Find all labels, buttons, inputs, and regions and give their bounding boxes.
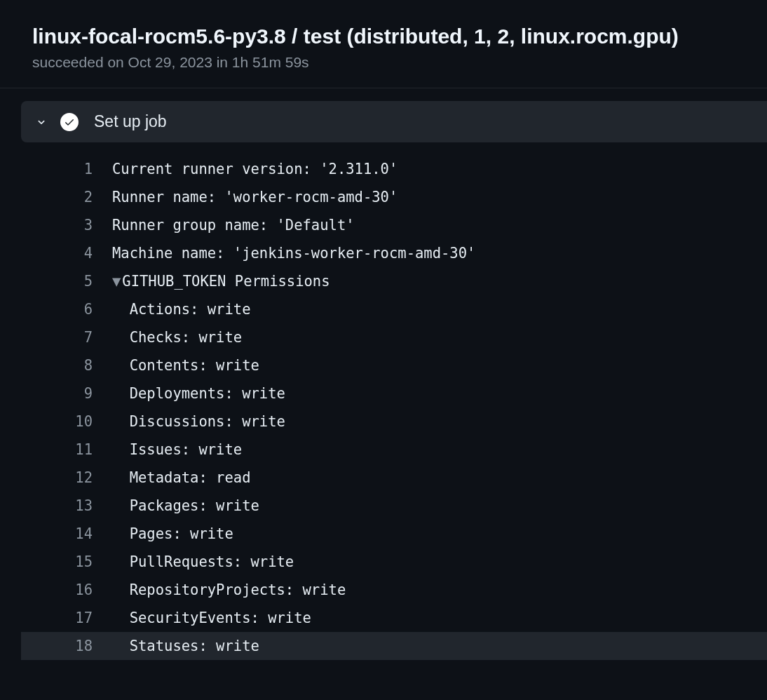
log-output[interactable]: 1Current runner version: '2.311.0'2Runne… [21, 155, 767, 660]
step-container: Set up job 1Current runner version: '2.3… [21, 101, 767, 660]
line-number: 16 [42, 576, 112, 604]
log-line[interactable]: 12 Metadata: read [21, 464, 767, 492]
line-number: 15 [42, 548, 112, 576]
line-number: 14 [42, 520, 112, 548]
line-content: PullRequests: write [112, 548, 294, 576]
log-line[interactable]: 9 Deployments: write [21, 379, 767, 408]
chevron-down-icon [34, 114, 49, 130]
line-number: 4 [42, 239, 112, 267]
job-status-text: succeeded on Oct 29, 2023 in 1h 51m 59s [32, 54, 767, 71]
line-number: 1 [42, 155, 112, 183]
line-number: 11 [42, 436, 112, 464]
line-content: Runner group name: 'Default' [112, 211, 355, 239]
line-content: Checks: write [112, 323, 242, 351]
line-content: Metadata: read [112, 464, 250, 492]
log-line[interactable]: 1Current runner version: '2.311.0' [21, 155, 767, 183]
step-header[interactable]: Set up job [21, 101, 767, 142]
line-content: Contents: write [112, 351, 259, 379]
line-content: SecurityEvents: write [112, 604, 311, 632]
log-line[interactable]: 14 Pages: write [21, 520, 767, 548]
job-title: linux-focal-rocm5.6-py3.8 / test (distri… [32, 22, 767, 50]
line-number: 17 [42, 604, 112, 632]
log-line[interactable]: 7 Checks: write [21, 323, 767, 351]
line-content: Deployments: write [112, 379, 285, 408]
line-number: 8 [42, 351, 112, 379]
line-number: 3 [42, 211, 112, 239]
line-number: 9 [42, 379, 112, 408]
log-line[interactable]: 15 PullRequests: write [21, 548, 767, 576]
log-line[interactable]: 2Runner name: 'worker-rocm-amd-30' [21, 183, 767, 211]
line-content: Discussions: write [112, 408, 285, 436]
line-number: 12 [42, 464, 112, 492]
line-content: ▼GITHUB_TOKEN Permissions [112, 267, 330, 295]
line-content: RepositoryProjects: write [112, 576, 346, 604]
step-name: Set up job [94, 112, 167, 131]
log-line[interactable]: 4Machine name: 'jenkins-worker-rocm-amd-… [21, 239, 767, 267]
log-line[interactable]: 3Runner group name: 'Default' [21, 211, 767, 239]
line-content: Actions: write [112, 295, 250, 323]
log-line[interactable]: 8 Contents: write [21, 351, 767, 379]
line-number: 5 [42, 267, 112, 295]
job-header: linux-focal-rocm5.6-py3.8 / test (distri… [0, 0, 767, 88]
check-circle-icon [60, 113, 79, 131]
line-number: 18 [42, 632, 112, 660]
line-content: Packages: write [112, 492, 259, 520]
log-line[interactable]: 5▼GITHUB_TOKEN Permissions [21, 267, 767, 295]
line-number: 7 [42, 323, 112, 351]
log-line[interactable]: 11 Issues: write [21, 436, 767, 464]
line-content: Current runner version: '2.311.0' [112, 155, 398, 183]
line-number: 13 [42, 492, 112, 520]
log-line[interactable]: 17 SecurityEvents: write [21, 604, 767, 632]
log-line[interactable]: 6 Actions: write [21, 295, 767, 323]
log-line[interactable]: 16 RepositoryProjects: write [21, 576, 767, 604]
line-content: Issues: write [112, 436, 242, 464]
line-content: Statuses: write [112, 632, 259, 660]
triangle-down-icon[interactable]: ▼ [112, 273, 121, 290]
line-number: 10 [42, 408, 112, 436]
line-content: Machine name: 'jenkins-worker-rocm-amd-3… [112, 239, 475, 267]
log-line[interactable]: 10 Discussions: write [21, 408, 767, 436]
log-line[interactable]: 13 Packages: write [21, 492, 767, 520]
line-number: 2 [42, 183, 112, 211]
line-number: 6 [42, 295, 112, 323]
log-line[interactable]: 18 Statuses: write [21, 632, 767, 660]
line-content: Pages: write [112, 520, 233, 548]
line-content: Runner name: 'worker-rocm-amd-30' [112, 183, 398, 211]
